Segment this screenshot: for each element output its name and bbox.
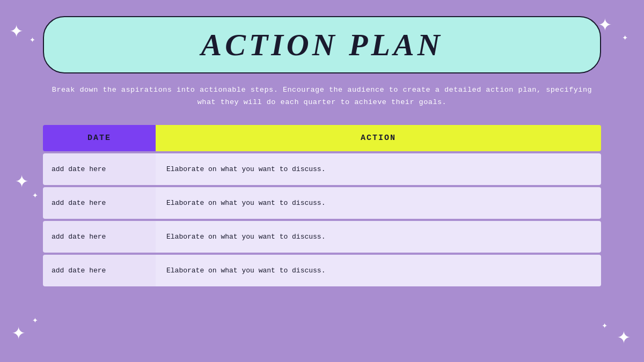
row-date-3: add date here	[43, 221, 156, 253]
row-action-3: Elaborate on what you want to discuss.	[156, 221, 601, 253]
star-decoration: ✦	[602, 319, 608, 331]
table-row: add date here Elaborate on what you want…	[43, 221, 601, 253]
subtitle-text: Break down the aspirations into actionab…	[43, 84, 601, 109]
row-date-2: add date here	[43, 187, 156, 219]
star-decoration: ✦	[12, 318, 25, 346]
row-action-4: Elaborate on what you want to discuss.	[156, 255, 601, 286]
row-date-1: add date here	[43, 153, 156, 185]
header-action: ACTION	[156, 125, 601, 151]
table-row: add date here Elaborate on what you want…	[43, 153, 601, 185]
row-action-1: Elaborate on what you want to discuss.	[156, 153, 601, 185]
header-date: DATE	[43, 125, 156, 151]
star-decoration: ✦	[617, 322, 631, 350]
title-box: ACTION PLAN	[43, 16, 601, 73]
star-decoration: ✦	[32, 314, 38, 326]
row-action-2: Elaborate on what you want to discuss.	[156, 187, 601, 219]
action-table: DATE ACTION add date here Elaborate on w…	[43, 125, 601, 286]
table-row: add date here Elaborate on what you want…	[43, 187, 601, 219]
table-row: add date here Elaborate on what you want…	[43, 255, 601, 286]
table-header: DATE ACTION	[43, 125, 601, 151]
page-title: ACTION PLAN	[201, 27, 443, 62]
row-date-4: add date here	[43, 255, 156, 286]
